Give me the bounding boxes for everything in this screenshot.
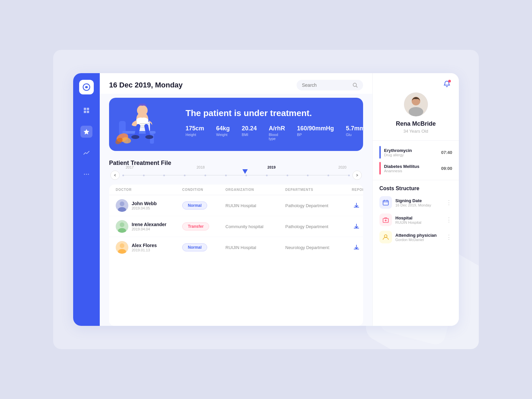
timeline-bar: 2017 2018 2019 2020 [122,171,350,180]
doctor-avatar-1 [116,199,128,212]
doctor-icon [382,234,389,240]
doctor-cell-1: John Webb 2019.04.05 [116,199,182,212]
cost-name-hospital: Hospital [395,215,443,220]
report-cell-2 [352,222,363,231]
timeline-dot [245,175,247,176]
right-panel: Rena McBride 34 Years Old Erythromycin D… [372,73,459,326]
timeline-pointer [242,169,248,174]
svg-point-46 [409,107,423,116]
svg-line-10 [356,86,357,87]
sidebar [73,73,100,326]
sidebar-item-chart[interactable] [80,147,92,159]
timeline: 2017 2018 2019 2020 [109,171,363,180]
treatment-section: Patient Treatment File 2017 2018 [109,155,363,326]
condition-badge-1: Normal [182,201,207,209]
svg-point-27 [120,201,124,206]
appointments: Erythromycin Drug allergy 07:40 Diabetes… [373,141,459,180]
cost-more-hospital[interactable]: ⋮ [446,216,452,223]
svg-point-21 [131,135,139,139]
app-logo[interactable] [79,80,94,94]
costs-section: Costs Structure Signing Date 1 [373,180,459,326]
signing-date-icon-wrap [379,196,392,209]
timeline-dot [287,175,288,176]
appt-accent-red [379,162,381,175]
doctor-cell-3: Alex Flores 2019.01.13 [116,241,182,254]
svg-point-7 [86,174,87,175]
calendar-icon [382,199,389,206]
timeline-dot [122,175,124,176]
svg-point-9 [353,83,356,86]
doctor-avatar-2 [116,220,128,233]
appt-sub-2: Anamnesis [384,169,438,173]
cost-name-signing: Signing Date [395,198,443,203]
report-cell-1 [352,201,363,210]
timeline-dot [204,175,206,176]
svg-marker-5 [84,129,89,135]
page-background: 16 Dec 2019, Monday [53,50,479,349]
sidebar-item-star[interactable] [80,126,92,138]
cost-more-signing[interactable]: ⋮ [446,199,452,206]
timeline-dot [307,175,309,176]
year-2018: 2018 [197,165,204,169]
timeline-prev-button[interactable] [110,171,120,180]
stat-blood-type: A/rhR Blood type [269,125,285,141]
col-departments: DEPARTMENTS [285,188,352,192]
search-bar[interactable] [297,80,363,90]
patient-avatar [404,92,428,116]
banner-illustration [109,98,176,151]
timeline-dot [266,175,268,176]
appointment-1: Erythromycin Drug allergy 07:40 [379,146,452,159]
timeline-next-button[interactable] [352,171,362,180]
sidebar-item-more[interactable] [80,168,92,180]
search-icon [352,82,358,88]
download-icon-3[interactable] [352,243,361,252]
appt-time-1: 07:40 [441,150,452,155]
timeline-dot [143,175,145,176]
sidebar-item-dashboard[interactable] [80,104,92,116]
svg-point-39 [120,243,124,248]
timeline-dot [163,175,165,176]
col-doctor: DOCTOR [116,188,182,192]
header-date: 16 Dec 2019, Monday [109,81,183,89]
svg-point-22 [145,135,153,139]
hospital-icon-wrap [379,213,392,226]
cost-more-physician[interactable]: ⋮ [446,233,452,241]
svg-point-33 [120,222,124,227]
svg-rect-1 [84,108,86,110]
appt-name-2: Diabetes Mellitus [384,164,438,169]
table-row: Alex Flores 2019.01.13 Normal RUIJIN Hos… [109,237,363,258]
timeline-dots [122,175,350,176]
condition-cell-1: Normal [182,201,225,209]
cost-item-hospital: Hospital RUIJIN Hospital ⋮ [379,213,452,226]
search-input[interactable] [302,82,350,88]
physician-icon-wrap [379,231,392,243]
notification-button[interactable] [442,78,452,89]
doctor-name-2: Irene Alexander [132,222,167,227]
svg-point-8 [88,174,89,175]
svg-point-54 [384,235,387,237]
patient-profile: Rena McBride 34 Years Old [373,89,459,141]
doctor-date-2: 2019.04.04 [132,227,167,231]
timeline-dot [348,175,350,176]
timeline-dot [184,175,186,176]
cost-item-physician: Attending physician Gordon McDaniel ⋮ [379,231,452,243]
banner-text: The patient is under treatment. 175cm He… [176,108,363,141]
year-2017: 2017 [126,165,134,169]
download-icon-2[interactable] [352,222,361,231]
timeline-dot [328,175,329,176]
right-panel-header [373,73,459,89]
treatment-banner: The patient is under treatment. 175cm He… [109,98,363,151]
doctor-date-1: 2019.04.05 [132,206,157,210]
download-icon-1[interactable] [352,201,361,210]
stat-glu: 5.7mmol/L Glu [346,125,363,141]
cost-sub-hospital: RUIJIN Hospital [395,220,443,224]
svg-rect-2 [87,108,89,110]
banner-stats: 175cm Height 64kg Weight 20.24 BMI A/r [186,125,363,141]
dept-cell-3: Neurology Department: [285,245,352,250]
cost-name-physician: Attending physician [395,233,443,238]
dept-cell-1: Pathology Department [285,203,352,208]
col-condition: CONDITION [182,188,225,192]
org-cell-3: RUIJIN Hospital [225,245,285,250]
stat-bp: 160/90mmHg BP [297,125,334,141]
doctor-cell-2: Irene Alexander 2019.04.04 [116,220,182,233]
